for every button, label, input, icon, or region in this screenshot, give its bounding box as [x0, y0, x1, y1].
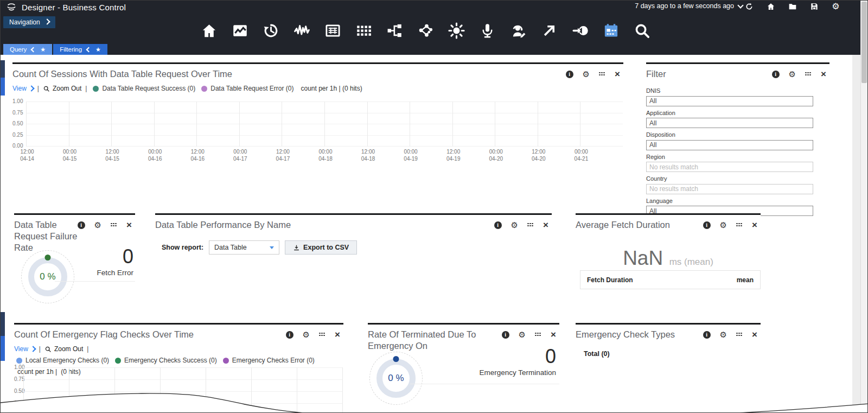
chevron-left-icon	[31, 47, 36, 52]
agent-icon[interactable]	[509, 21, 527, 40]
info-icon[interactable]	[703, 331, 711, 339]
info-icon[interactable]	[566, 71, 573, 78]
home-icon[interactable]	[200, 21, 218, 40]
close-icon[interactable]: ×	[543, 221, 548, 229]
zoom-out-button[interactable]: Zoom Out	[44, 345, 83, 353]
scrollbar-thumb[interactable]	[861, 2, 867, 83]
close-icon[interactable]: ×	[752, 331, 757, 339]
filter-input-region[interactable]	[646, 162, 813, 172]
gauge: 0 %	[376, 359, 416, 398]
network-icon[interactable]	[417, 21, 435, 40]
report-select[interactable]: Data Table	[209, 240, 279, 255]
close-icon[interactable]: ×	[551, 331, 556, 339]
settings-icon[interactable]: ⚙	[94, 221, 101, 229]
sign-in-icon[interactable]	[571, 21, 589, 40]
info-icon[interactable]	[78, 221, 85, 229]
close-icon[interactable]: ×	[126, 221, 132, 229]
info-icon[interactable]	[494, 221, 502, 229]
tab-label: Filtering	[60, 46, 82, 53]
legend-label: Emergency Checks Success (0)	[124, 357, 217, 364]
close-icon[interactable]: ×	[615, 71, 620, 78]
zoom-out-label: Zoom Out	[53, 85, 81, 92]
favorite-star-icon[interactable]	[40, 46, 46, 53]
move-icon[interactable]	[111, 223, 117, 227]
settings-icon[interactable]: ⚙	[511, 221, 518, 229]
save-icon[interactable]	[809, 2, 819, 11]
left-scroll-segment	[1, 336, 5, 361]
history-icon[interactable]	[262, 21, 280, 40]
panel-title: Count Of Sessions With Data Table Reques…	[12, 64, 623, 80]
zoom-out-button[interactable]: Zoom Out	[43, 85, 81, 92]
x-axis-label: 00:0004-20	[489, 148, 503, 162]
tab-query[interactable]: Query	[3, 44, 52, 55]
info-icon[interactable]	[286, 331, 293, 339]
app-logo-icon	[6, 2, 17, 12]
move-icon[interactable]	[527, 223, 534, 227]
microphone-icon[interactable]	[478, 21, 496, 40]
settings-icon[interactable]: ⚙	[519, 331, 526, 339]
move-icon[interactable]	[599, 72, 605, 77]
move-icon[interactable]	[319, 333, 326, 337]
filter-input-application[interactable]	[646, 118, 813, 128]
series-dot-icon	[223, 358, 229, 364]
sun-icon[interactable]	[448, 21, 465, 40]
panel-check-types: Emergency Check Types ⚙× Total (0)	[576, 323, 761, 413]
search-icon[interactable]	[633, 21, 651, 40]
gauge-value: 0 %	[40, 271, 55, 282]
home-icon[interactable]	[766, 2, 775, 11]
filter-input-country[interactable]	[646, 184, 813, 194]
filter-field-label: DNIS	[646, 87, 829, 94]
settings-icon[interactable]: ⚙	[720, 221, 727, 229]
navigation-button[interactable]: Navigation	[3, 16, 55, 28]
settings-icon[interactable]: ⚙	[303, 331, 310, 339]
chevron-down-icon	[270, 246, 274, 249]
info-icon[interactable]	[502, 331, 509, 339]
export-csv-button[interactable]: Export to CSV	[285, 240, 357, 255]
legend-item[interactable]: Local Emergency Checks (0)	[16, 357, 109, 364]
info-icon[interactable]	[703, 221, 711, 229]
legend-item[interactable]: Data Table Request Success (0)	[93, 85, 195, 92]
data-table-icon[interactable]	[324, 21, 342, 40]
calendar-icon[interactable]	[602, 21, 620, 40]
filter-field-label: Region	[646, 154, 829, 160]
left-scroll-segment	[1, 312, 5, 336]
close-icon[interactable]: ×	[821, 71, 826, 78]
move-icon[interactable]	[805, 72, 812, 77]
settings-icon[interactable]: ⚙	[789, 70, 796, 78]
legend: Data Table Request Success (0)Data Table…	[91, 85, 293, 92]
close-icon[interactable]: ×	[335, 331, 340, 339]
info-icon[interactable]	[772, 71, 780, 78]
view-link[interactable]: View	[12, 85, 34, 92]
view-link[interactable]: View	[14, 345, 35, 353]
folder-icon[interactable]	[788, 2, 797, 11]
vertical-scrollbar[interactable]	[860, 1, 867, 412]
legend-item[interactable]: Emergency Checks Error (0)	[223, 357, 315, 364]
settings-icon[interactable]: ⚙	[831, 2, 840, 11]
settings-icon[interactable]: ⚙	[583, 70, 590, 78]
flow-icon[interactable]	[386, 21, 404, 40]
time-range-picker[interactable]: 7 days ago to a few seconds ago	[635, 2, 743, 10]
chart-icon[interactable]	[231, 21, 249, 40]
metric-value: 0	[97, 247, 133, 266]
filter-input-disposition[interactable]	[646, 140, 813, 150]
chevron-right-icon	[28, 85, 34, 91]
settings-icon[interactable]: ⚙	[720, 331, 727, 339]
panel-failure-rate: Data Table Request Failure Rate ⚙× 0 % 0…	[14, 213, 135, 299]
tab-filtering[interactable]: Filtering	[53, 44, 107, 55]
move-icon[interactable]	[736, 223, 743, 227]
move-icon[interactable]	[736, 333, 743, 337]
filter-input-dnis[interactable]	[646, 96, 813, 106]
refresh-icon[interactable]	[744, 2, 754, 11]
legend-item[interactable]: Data Table Request Error (0)	[201, 85, 293, 92]
filter-field: DNIS	[646, 87, 829, 106]
legend-item[interactable]: Emergency Checks Success (0)	[115, 357, 217, 364]
favorite-star-icon[interactable]	[95, 46, 101, 53]
move-icon[interactable]	[535, 333, 541, 337]
arrow-up-right-icon[interactable]	[540, 21, 558, 40]
close-icon[interactable]: ×	[752, 221, 757, 229]
magnifier-icon	[44, 346, 52, 353]
series-dot-icon	[201, 86, 207, 92]
grid-icon[interactable]	[355, 21, 373, 40]
pulse-icon[interactable]	[293, 21, 311, 40]
panel-actions: ⚙×	[703, 331, 757, 339]
